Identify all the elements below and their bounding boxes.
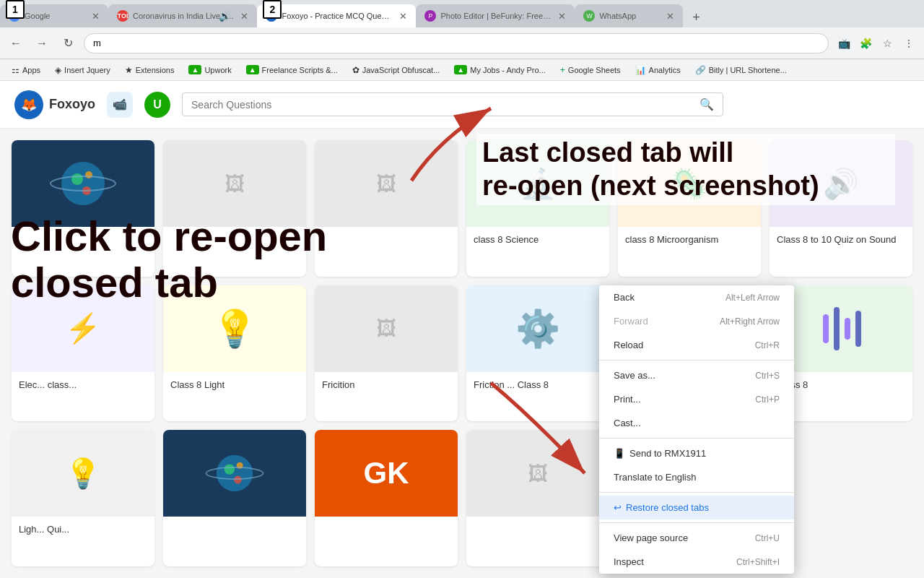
ctx-inspect[interactable]: Inspect Ctrl+Shift+I	[599, 550, 794, 574]
ctx-save[interactable]: Save as... Ctrl+S	[599, 363, 794, 387]
star-icon[interactable]: ☆	[878, 34, 897, 53]
tab-befunky[interactable]: P Photo Editor | BeFunky: Free Onl... ✕	[416, 4, 575, 27]
bitly-icon: 🔗	[695, 65, 706, 75]
upwork-bm-icon: ▲	[188, 65, 201, 74]
svg-point-10	[225, 465, 235, 475]
planet2-svg	[202, 441, 267, 506]
bookmark-label-analytics: Analytics	[649, 66, 681, 74]
card-title-elec: Elec... class...	[12, 372, 154, 397]
tab-close-whatsapp[interactable]: ✕	[666, 11, 674, 22]
ctx-print[interactable]: Print... Ctrl+P	[599, 387, 794, 411]
logo-text: Foxoyo	[49, 97, 95, 112]
forward-button[interactable]: →	[32, 33, 52, 53]
bookmark-apps[interactable]: ⚏ Apps	[6, 64, 46, 77]
ctx-forward: Forward Alt+Right Arrow	[599, 309, 794, 333]
menu-icon[interactable]: ⋮	[899, 34, 918, 53]
reload-button[interactable]: ↻	[58, 33, 78, 53]
bookmark-js-obf[interactable]: ✿ JavaScript Obfuscat...	[346, 64, 446, 77]
ctx-translate[interactable]: Translate to English	[599, 465, 794, 489]
ctx-inspect-label: Inspect	[614, 556, 644, 567]
ctx-reload-shortcut: Ctrl+R	[755, 340, 780, 350]
tab-toi[interactable]: TOI Coronavirus in India Live u... ✕ 🔊	[108, 4, 257, 27]
tab-close-toi[interactable]: ✕	[240, 11, 248, 22]
tab-number-2: 2	[263, 0, 282, 19]
annotation-last-closed-text: Last closed tab will re-open (next scree…	[476, 134, 895, 205]
ctx-back[interactable]: Back Alt+Left Arrow	[599, 285, 794, 309]
ctx-forward-shortcut: Alt+Right Arrow	[720, 316, 780, 327]
ctx-send-icon: 📱	[614, 448, 625, 459]
url-input[interactable]	[84, 33, 829, 53]
back-button[interactable]: ←	[6, 33, 26, 53]
ctx-print-shortcut: Ctrl+P	[755, 394, 780, 405]
new-tab-button[interactable]: +	[686, 7, 706, 27]
cast-icon[interactable]: 📺	[834, 34, 853, 53]
card-image-light-quiz: 💡	[12, 430, 154, 517]
address-bar: ← → ↻ 📺 🧩 ☆ ⋮	[0, 27, 924, 59]
ctx-source[interactable]: View page source Ctrl+U	[599, 526, 794, 550]
ctx-source-label: View page source	[614, 532, 688, 543]
ctx-restore[interactable]: ↩ Restore closed tabs	[599, 496, 794, 519]
tab-title-foxoyo: Foxoyo - Practice MCQ Questio...	[282, 12, 392, 20]
card-gk[interactable]: GK	[315, 430, 458, 566]
bookmark-freelance[interactable]: ▲ Freelance Scripts &...	[240, 64, 344, 76]
foxoyo-logo: 🦊	[14, 90, 43, 119]
ctx-restore-inner: ↩ Restore closed tabs	[614, 502, 709, 513]
bookmark-bitly[interactable]: 🔗 Bitly | URL Shortene...	[689, 64, 793, 77]
card-class8-light[interactable]: 💡 Class 8 Light	[163, 285, 306, 422]
card-friction[interactable]: 🖼 Fricition	[315, 285, 458, 422]
bookmark-jobs[interactable]: ▲ My Jobs - Andy Pro...	[448, 64, 551, 76]
tab-close-foxoyo[interactable]: ✕	[399, 11, 407, 22]
tab-whatsapp[interactable]: W WhatsApp ✕	[575, 4, 683, 27]
card-title-gk	[315, 517, 458, 531]
address-bar-icons: 📺 🧩 ☆ ⋮	[834, 34, 918, 53]
tab-close-befunky[interactable]: ✕	[558, 11, 566, 22]
tab-favicon-befunky: P	[424, 10, 436, 22]
light-icon: 💡	[212, 308, 257, 350]
bookmark-label-upwork: Upwork	[204, 66, 231, 74]
bookmark-extensions[interactable]: ★ Extensions	[119, 64, 180, 77]
ctx-divider-4	[599, 522, 794, 523]
svg-point-0	[61, 162, 105, 205]
tab-title-befunky: Photo Editor | BeFunky: Free Onl...	[440, 12, 551, 20]
header-icon-upwork[interactable]: U	[144, 92, 170, 118]
ctx-reload-label: Reload	[614, 340, 643, 350]
card-light-quiz[interactable]: 💡 Ligh... Qui...	[12, 430, 154, 566]
ctx-print-label: Print...	[614, 394, 641, 405]
tab-google[interactable]: 1 G Google ✕	[0, 4, 108, 27]
search-button[interactable]: 🔍	[699, 98, 714, 111]
card-elec[interactable]: ⚡ Elec... class...	[12, 285, 154, 422]
tab-foxoyo[interactable]: 2 F Foxoyo - Practice MCQ Questio... ✕	[257, 4, 416, 27]
logo-area[interactable]: 🦊 Foxoyo	[14, 90, 95, 119]
bookmark-sheets[interactable]: + Google Sheets	[554, 64, 627, 77]
tab-bar: 1 G Google ✕ TOI Coronavirus in India Li…	[0, 0, 924, 27]
svg-rect-5	[823, 314, 829, 343]
bookmark-analytics[interactable]: 📊 Analytics	[629, 64, 687, 77]
svg-point-2	[85, 171, 92, 178]
ctx-translate-label: Translate to English	[614, 472, 696, 483]
ctx-cast[interactable]: Cast...	[599, 411, 794, 435]
extension-icon[interactable]: 🧩	[856, 34, 875, 53]
bookmark-label-jquery: Insert Jquery	[64, 66, 110, 74]
ctx-restore-icon: ↩	[614, 502, 622, 513]
bookmark-upwork[interactable]: ▲ Upwork	[183, 64, 237, 76]
bookmark-jquery[interactable]: ◈ Insert Jquery	[49, 64, 116, 77]
ctx-send[interactable]: 📱 Send to RMX1911	[599, 441, 794, 465]
annotation-line1: Click to re-open	[11, 212, 327, 259]
card-planet-2[interactable]	[163, 430, 306, 566]
jsob-icon: ✿	[352, 65, 359, 75]
ctx-back-shortcut: Alt+Left Arrow	[725, 293, 780, 303]
ctx-save-label: Save as...	[614, 370, 655, 381]
card-title-planet2	[163, 517, 306, 531]
context-menu: Back Alt+Left Arrow Forward Alt+Right Ar…	[599, 285, 794, 574]
card-image-gk: GK	[315, 430, 458, 517]
bookmark-label-jobs: My Jobs - Andy Pro...	[470, 66, 546, 74]
jquery-icon: ◈	[55, 65, 61, 75]
ctx-divider-2	[599, 438, 794, 439]
tab-close-google[interactable]: ✕	[92, 11, 100, 22]
header-icon-video[interactable]: 📹	[107, 92, 133, 118]
ctx-reload[interactable]: Reload Ctrl+R	[599, 333, 794, 357]
ctx-source-shortcut: Ctrl+U	[755, 533, 780, 543]
bookmark-label-apps: Apps	[22, 66, 40, 74]
ctx-inspect-shortcut: Ctrl+Shift+I	[736, 557, 780, 567]
card-title-friction: Fricition	[315, 372, 458, 397]
